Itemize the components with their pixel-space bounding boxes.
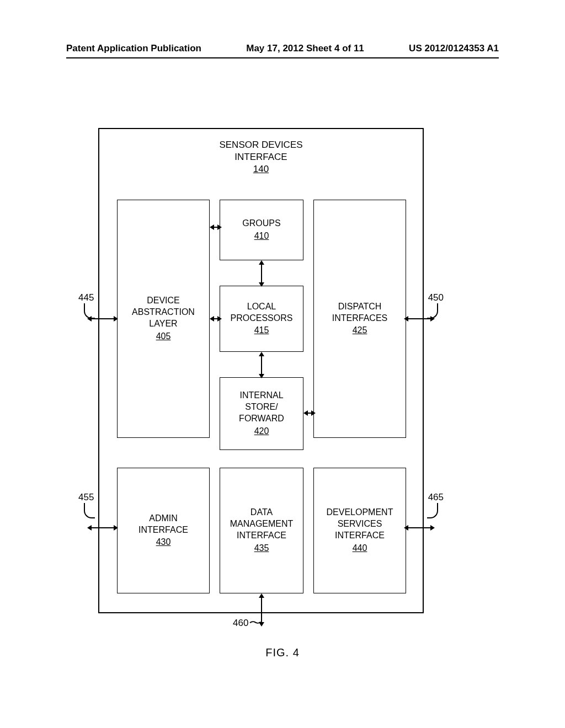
- block-label: INTERFACES: [332, 313, 387, 324]
- header-rule: [66, 57, 499, 58]
- block-label: SERVICES: [338, 518, 382, 530]
- figure-container: SENSOR DEVICES INTERFACE 140 DEVICE ABST…: [98, 128, 424, 613]
- block-label: ADMIN: [149, 513, 178, 524]
- arrow-devabs-local: [210, 316, 222, 322]
- tilde-icon: 〜: [249, 617, 262, 629]
- block-label: LAYER: [149, 318, 177, 330]
- block-num: 425: [353, 325, 367, 336]
- block-num: 410: [254, 231, 269, 242]
- figure-title-num: 140: [219, 163, 302, 175]
- block-label: INTERNAL: [239, 390, 283, 402]
- block-data-management-interface: DATA MANAGEMENT INTERFACE 435: [220, 468, 303, 593]
- block-num: 415: [254, 325, 269, 336]
- hook-450: [427, 303, 438, 319]
- block-label: LOCAL: [247, 301, 276, 313]
- block-num: 405: [156, 331, 171, 342]
- block-admin-interface: ADMIN INTERFACE 430: [117, 468, 210, 593]
- block-label: DISPATCH: [338, 301, 382, 313]
- hook-445: [84, 303, 95, 319]
- ref-455: 455: [78, 492, 94, 503]
- block-internal-store-forward: INTERNAL STORE/ FORWARD 420: [220, 377, 303, 450]
- ref-460: 460〜: [233, 617, 260, 629]
- figure-title: SENSOR DEVICES INTERFACE 140: [219, 139, 302, 175]
- block-development-services-interface: DEVELOPMENT SERVICES INTERFACE 440: [313, 468, 406, 593]
- block-label: PROCESSORS: [231, 313, 293, 324]
- arrow-ext-455: [87, 525, 118, 531]
- block-dispatch-interfaces: DISPATCH INTERFACES 425: [313, 200, 406, 438]
- block-label: MANAGEMENT: [230, 518, 294, 530]
- block-num: 420: [254, 426, 269, 437]
- block-label: DEVICE: [147, 295, 180, 307]
- arrow-ext-465: [404, 525, 435, 531]
- block-label: FORWARD: [239, 413, 284, 425]
- hook-465: [427, 503, 438, 518]
- block-label: INTERFACE: [335, 530, 385, 542]
- arrow-devabs-groups: [210, 224, 222, 230]
- block-label: GROUPS: [242, 218, 280, 229]
- header-right: US 2012/0124353 A1: [409, 43, 499, 54]
- figure-title-line1: SENSOR DEVICES: [219, 139, 302, 151]
- block-label: ABSTRACTION: [132, 307, 195, 318]
- ref-450: 450: [428, 292, 444, 303]
- block-label: INTERFACE: [237, 530, 286, 542]
- ref-465: 465: [428, 492, 444, 503]
- arrow-internal-dispatch: [303, 410, 316, 416]
- block-num: 440: [353, 543, 367, 554]
- arrow-local-internal: [259, 352, 264, 378]
- figure-title-line2: INTERFACE: [219, 151, 302, 163]
- header-center: May 17, 2012 Sheet 4 of 11: [246, 43, 364, 54]
- ref-460-text: 460: [233, 618, 248, 628]
- block-label: STORE/: [245, 402, 278, 413]
- block-num: 435: [254, 543, 269, 554]
- block-label: DATA: [250, 507, 273, 518]
- page: Patent Application Publication May 17, 2…: [0, 0, 565, 728]
- header-left: Patent Application Publication: [66, 43, 201, 54]
- block-local-processors: LOCAL PROCESSORS 415: [220, 286, 303, 352]
- arrow-groups-local: [259, 260, 264, 287]
- hook-455: [84, 503, 95, 518]
- block-groups: GROUPS 410: [220, 200, 303, 260]
- ref-445: 445: [78, 292, 94, 303]
- block-label: DEVELOPMENT: [327, 507, 393, 518]
- block-num: 430: [156, 537, 171, 548]
- block-label: INTERFACE: [138, 524, 188, 536]
- block-device-abstraction-layer: DEVICE ABSTRACTION LAYER 405: [117, 200, 210, 438]
- page-header: Patent Application Publication May 17, 2…: [66, 43, 499, 54]
- figure-caption: FIG. 4: [265, 646, 300, 659]
